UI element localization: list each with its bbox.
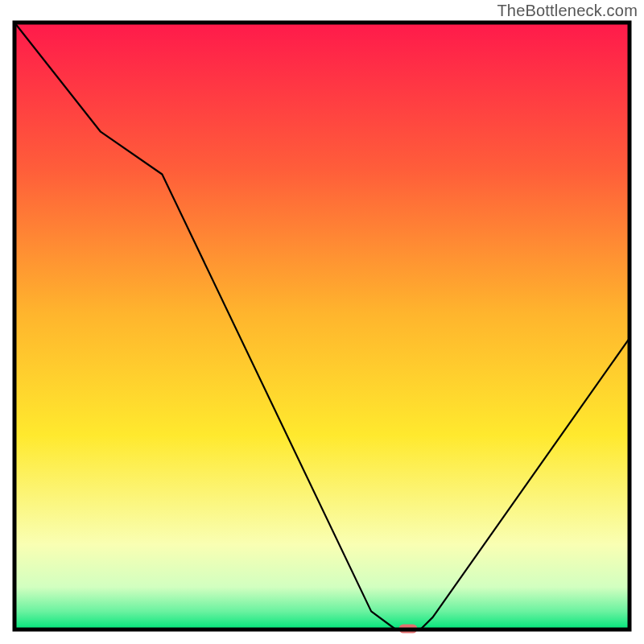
chart-container: TheBottleneck.com bbox=[0, 0, 644, 644]
bottleneck-chart bbox=[0, 0, 644, 644]
watermark-text: TheBottleneck.com bbox=[497, 2, 638, 20]
chart-background bbox=[14, 23, 630, 630]
